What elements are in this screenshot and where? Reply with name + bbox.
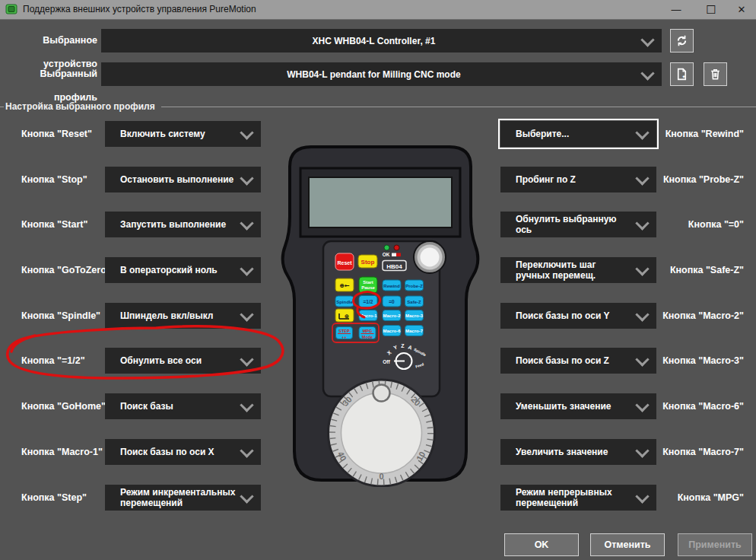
new-profile-button[interactable]: * bbox=[670, 62, 694, 86]
profile-settings-group: Настройка выбранного профиля bbox=[0, 100, 756, 113]
label-stop-button: Кнопка "Stop" bbox=[21, 167, 105, 192]
label-step-button: Кнопка "Step" bbox=[21, 485, 105, 511]
svg-text:MPG: MPG bbox=[363, 329, 373, 333]
chevron-down-icon bbox=[240, 489, 253, 503]
dropdown-probez-action[interactable]: Пробинг по Z bbox=[500, 167, 656, 192]
svg-text:0: 0 bbox=[379, 472, 383, 481]
red-led bbox=[394, 245, 399, 250]
chevron-down-icon bbox=[635, 398, 649, 412]
step-key: STEP ++ bbox=[336, 327, 353, 339]
chevron-down-icon bbox=[635, 352, 649, 366]
dropdown-half-action[interactable]: Обнулить все оси bbox=[105, 348, 261, 374]
svg-text:Safe-Z: Safe-Z bbox=[407, 300, 421, 304]
reset-key: Reset bbox=[335, 253, 354, 270]
dropdown-reset-action[interactable]: Включить систему bbox=[105, 121, 261, 147]
label-macro7-button: Кнопка "Macro-7" bbox=[657, 439, 744, 465]
macro-1-key: Macro-1 bbox=[359, 310, 377, 321]
svg-text:Reset: Reset bbox=[337, 260, 352, 266]
profile-select[interactable]: WHB04-L pendant for Milling CNC mode bbox=[101, 62, 662, 86]
green-led bbox=[384, 245, 389, 250]
svg-text:HB04: HB04 bbox=[386, 263, 402, 270]
dropdown-gotozero-action[interactable]: В операторский ноль bbox=[105, 257, 261, 283]
svg-text:Macro-1: Macro-1 bbox=[359, 313, 377, 318]
svg-text:Stop: Stop bbox=[361, 259, 375, 266]
ok-button[interactable]: OK bbox=[504, 533, 579, 556]
dropdown-zero-action[interactable]: Обнулить выбранную ось bbox=[500, 212, 656, 237]
new-document-icon: * bbox=[675, 68, 688, 81]
label-reset-button: Кнопка "Reset" bbox=[21, 121, 105, 147]
chevron-down-icon bbox=[640, 66, 654, 80]
wheel-finger-hole bbox=[373, 385, 390, 402]
maximize-button[interactable]: ☐ bbox=[698, 0, 724, 19]
label-macro1-button: Кнопка "Macro-1" bbox=[21, 439, 105, 465]
svg-text:Macro-3: Macro-3 bbox=[405, 313, 424, 318]
cancel-button[interactable]: Отменить bbox=[590, 533, 665, 556]
svg-text:=1/2: =1/2 bbox=[364, 299, 373, 304]
half-key: =1/2 bbox=[359, 296, 377, 307]
svg-text:Macro-6: Macro-6 bbox=[383, 329, 401, 333]
dropdown-macro1-action[interactable]: Поиск базы по оси X bbox=[105, 439, 261, 465]
home-key: ⊕← bbox=[335, 278, 354, 291]
dropdown-step-action[interactable]: Режим инкрементальных перемещений bbox=[105, 485, 261, 511]
macro-3-key: Macro-3 bbox=[405, 310, 424, 321]
profile-select-value: WHB04-L pendant for Milling CNC mode bbox=[287, 69, 460, 80]
dropdown-safez-action[interactable]: Переключить шаг ручных перемещ. bbox=[500, 257, 656, 283]
svg-text:Z: Z bbox=[401, 343, 405, 348]
refresh-devices-button[interactable] bbox=[670, 29, 694, 52]
led-state-icon bbox=[392, 253, 401, 257]
jog-wheel: 0 10 20 30 40 bbox=[329, 380, 435, 486]
svg-text:Pause: Pause bbox=[361, 285, 375, 290]
label-spindle-button: Кнопка "Spindle" bbox=[21, 303, 105, 329]
dropdown-spindle-action[interactable]: Шпиндель вкл/выкл bbox=[105, 303, 261, 329]
minimize-button[interactable]: — bbox=[663, 0, 689, 19]
device-select[interactable]: XHC WHB04-L Controller, #1 bbox=[101, 29, 662, 52]
svg-text:Probe-Z: Probe-Z bbox=[405, 284, 423, 288]
svg-text:Macro-7: Macro-7 bbox=[405, 329, 424, 333]
delete-profile-button[interactable] bbox=[704, 62, 727, 86]
chevron-down-icon bbox=[240, 262, 253, 275]
goto-key: ⊕ bbox=[335, 309, 354, 322]
app-icon bbox=[5, 3, 17, 15]
apply-button[interactable]: Применить bbox=[678, 533, 752, 556]
label-macro6-button: Кнопка "Macro-6" bbox=[657, 393, 744, 419]
macro-6-key: Macro-6 bbox=[383, 326, 401, 336]
start-pause-key: Start Pause bbox=[359, 277, 377, 293]
svg-text:++: ++ bbox=[341, 335, 346, 339]
chevron-down-icon bbox=[640, 33, 654, 46]
dropdown-macro6-action[interactable]: Уменьшить значение bbox=[500, 393, 656, 419]
group-line-left bbox=[0, 107, 4, 107]
device-select-value: XHC WHB04-L Controller, #1 bbox=[313, 36, 436, 46]
chevron-down-icon bbox=[240, 398, 253, 412]
svg-text:STEP: STEP bbox=[338, 329, 350, 333]
label-start-button: Кнопка "Start" bbox=[21, 212, 105, 237]
dropdown-start-action[interactable]: Запустить выполнение bbox=[105, 212, 261, 237]
dropdown-macro2-action[interactable]: Поиск базы по оси Y bbox=[500, 303, 656, 329]
macro-2-key: Macro-2 bbox=[383, 310, 401, 321]
svg-text:*: * bbox=[683, 74, 686, 81]
svg-text:Start: Start bbox=[363, 280, 373, 285]
label-gotozero-button: Кнопка "GoToZero" bbox=[21, 257, 105, 283]
mpg-key: MPG Mode bbox=[359, 327, 376, 339]
chevron-down-icon bbox=[240, 307, 253, 321]
dropdown-mpg-action[interactable]: Режим непрерывных перемещений bbox=[500, 485, 656, 511]
dropdown-macro7-action[interactable]: Увеличить значение bbox=[500, 439, 656, 465]
dropdown-gohome-action[interactable]: Поиск базы bbox=[105, 393, 261, 419]
window-title: Поддержка внешних устройств управления P… bbox=[23, 0, 256, 19]
zero-key: =0 bbox=[383, 296, 401, 307]
rewind-key: Rewind bbox=[383, 280, 401, 291]
svg-text:Rewind: Rewind bbox=[383, 284, 400, 288]
dialog-window: Поддержка внешних устройств управления P… bbox=[0, 0, 756, 560]
probe-z-key: Probe-Z bbox=[405, 280, 424, 291]
chevron-down-icon bbox=[635, 216, 649, 230]
refresh-icon bbox=[675, 34, 688, 47]
svg-text:=0: =0 bbox=[389, 299, 395, 304]
dropdown-macro3-action[interactable]: Поиск базы по оси Z bbox=[500, 348, 656, 374]
close-button[interactable]: ✕ bbox=[729, 0, 754, 19]
chevron-down-icon bbox=[635, 262, 649, 275]
titlebar: Поддержка внешних устройств управления P… bbox=[0, 0, 756, 20]
dropdown-stop-action[interactable]: Остановить выполнение bbox=[105, 167, 261, 192]
chevron-down-icon bbox=[635, 126, 649, 139]
ok-led-label: OK bbox=[383, 252, 390, 257]
dropdown-rewind-action[interactable]: Выберите... bbox=[500, 121, 656, 147]
label-macro3-button: Кнопка "Macro-3" bbox=[657, 348, 744, 374]
